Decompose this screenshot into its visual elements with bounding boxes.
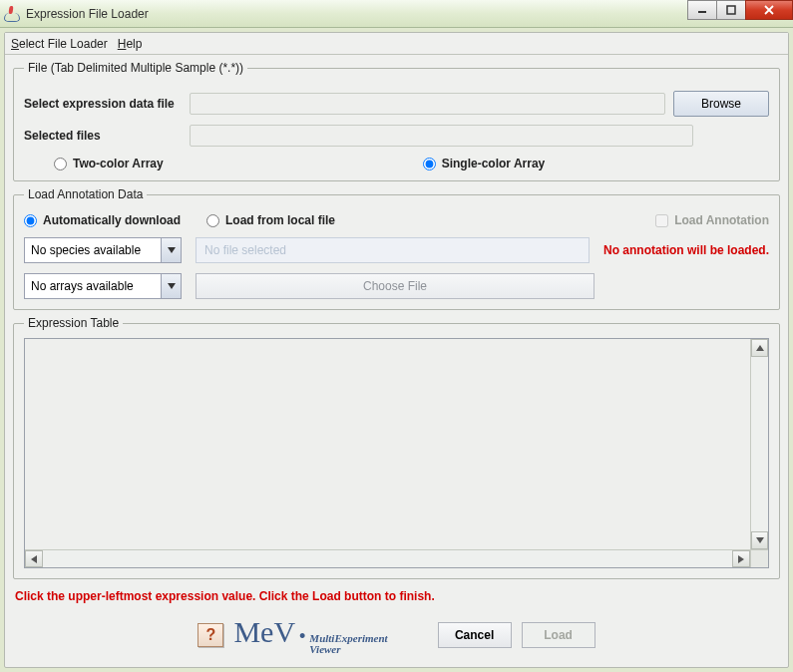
scroll-down-icon[interactable] — [751, 531, 768, 549]
single-color-radio-input[interactable] — [423, 158, 436, 170]
load-annotation-label: Load Annotation — [674, 213, 769, 227]
auto-download-label: Automatically download — [43, 213, 181, 227]
two-color-radio-input[interactable] — [54, 158, 67, 170]
window-title: Expression File Loader — [26, 7, 149, 21]
close-button[interactable] — [745, 0, 793, 20]
maximize-button[interactable] — [716, 0, 746, 20]
auto-download-radio-input[interactable] — [24, 214, 37, 227]
choose-file-button: Choose File — [196, 273, 595, 299]
annotation-group: Load Annotation Data Automatically downl… — [13, 187, 780, 310]
app-body: Select File Loader Help File (Tab Delimi… — [4, 32, 789, 668]
species-combo-value: No species available — [25, 238, 161, 262]
two-color-radio[interactable]: Two-color Array — [54, 157, 164, 170]
svg-marker-7 — [756, 537, 764, 543]
load-local-label: Load from local file — [225, 213, 335, 227]
svg-marker-8 — [31, 555, 37, 563]
menu-select-file-loader[interactable]: Select File Loader — [11, 37, 108, 51]
browse-button[interactable]: Browse — [673, 91, 769, 117]
svg-marker-9 — [738, 555, 744, 563]
instruction-hint: Click the upper-leftmost expression valu… — [13, 585, 780, 605]
load-button[interactable]: Load — [522, 622, 595, 648]
auto-download-radio[interactable]: Automatically download — [24, 213, 181, 227]
expression-table-group: Expression Table — [13, 316, 780, 579]
cancel-button[interactable]: Cancel — [438, 622, 512, 648]
single-color-radio[interactable]: Single-color Array — [423, 157, 546, 170]
svg-marker-6 — [756, 345, 764, 351]
brand-sub: MultiExperimentViewer — [309, 633, 387, 655]
load-annotation-checkbox-input — [655, 214, 668, 227]
chevron-down-icon[interactable] — [161, 274, 181, 298]
svg-rect-1 — [727, 6, 735, 14]
horizontal-scrollbar[interactable] — [25, 549, 750, 567]
vertical-scrollbar[interactable] — [750, 339, 768, 549]
titlebar: Expression File Loader — [0, 0, 793, 28]
expression-table-legend: Expression Table — [24, 316, 123, 330]
chevron-down-icon[interactable] — [161, 238, 181, 262]
single-color-label: Single-color Array — [442, 157, 546, 170]
brand-dot: • — [299, 626, 305, 647]
menu-help[interactable]: Help — [118, 37, 143, 51]
file-group-legend: File (Tab Delimited Multiple Sample (*.*… — [24, 61, 247, 75]
species-combo[interactable]: No species available — [24, 237, 182, 263]
select-file-input[interactable] — [190, 93, 665, 115]
selected-files-display — [190, 125, 693, 147]
select-file-label: Select expression data file — [24, 97, 182, 111]
load-annotation-checkbox: Load Annotation — [655, 213, 769, 227]
footer: ? MeV • MultiExperimentViewer Cancel Loa… — [13, 611, 780, 663]
arrays-combo[interactable]: No arrays available — [24, 273, 182, 299]
window-controls — [688, 0, 793, 20]
svg-marker-4 — [168, 247, 176, 253]
minimize-button[interactable] — [687, 0, 717, 20]
file-group: File (Tab Delimited Multiple Sample (*.*… — [13, 61, 780, 181]
annotation-file-display: No file selected — [196, 237, 590, 263]
arrays-combo-value: No arrays available — [25, 274, 161, 298]
content: File (Tab Delimited Multiple Sample (*.*… — [5, 55, 788, 667]
help-button[interactable]: ? — [198, 623, 223, 647]
load-local-radio-input[interactable] — [206, 214, 219, 227]
selected-files-label: Selected files — [24, 129, 182, 143]
menubar: Select File Loader Help — [5, 33, 788, 55]
annotation-warning: No annotation will be loaded. — [603, 243, 769, 257]
brand-logo: MeV • MultiExperimentViewer — [233, 615, 387, 655]
svg-marker-5 — [168, 283, 176, 289]
scroll-right-icon[interactable] — [732, 550, 750, 567]
brand-mev: MeV — [233, 615, 295, 649]
scrollbar-corner — [750, 549, 768, 567]
expression-table[interactable] — [24, 338, 769, 568]
java-icon — [4, 6, 20, 22]
scroll-up-icon[interactable] — [751, 339, 768, 357]
annotation-group-legend: Load Annotation Data — [24, 187, 147, 201]
load-local-radio[interactable]: Load from local file — [206, 213, 335, 227]
scroll-left-icon[interactable] — [25, 550, 43, 567]
two-color-label: Two-color Array — [73, 157, 164, 170]
